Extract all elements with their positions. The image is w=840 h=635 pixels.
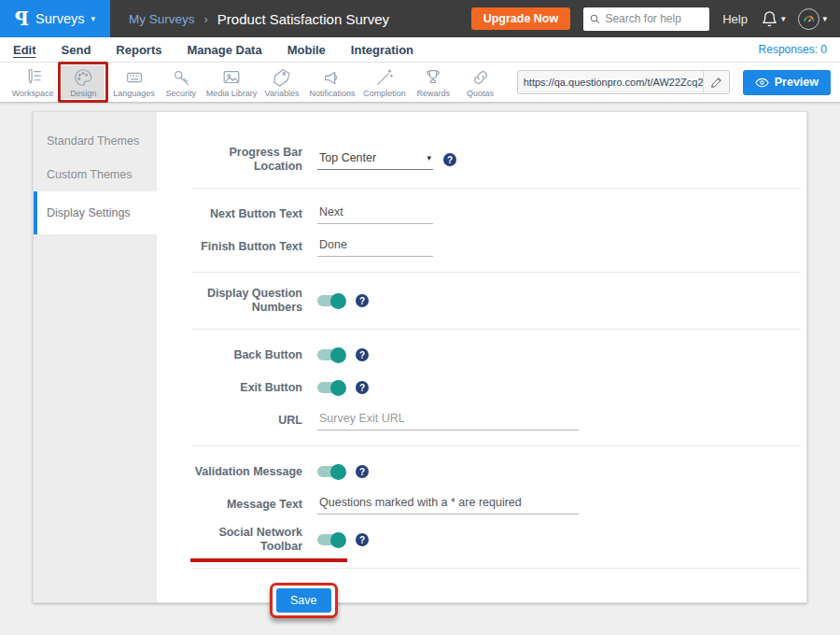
save-button[interactable]: Save [276, 588, 331, 613]
next-button-text-label: Next Button Text [192, 207, 302, 221]
tab-send[interactable]: Send [62, 43, 91, 57]
sidebar-item-display-settings[interactable]: Display Settings [34, 191, 157, 234]
questionpro-logo-icon: P [15, 7, 29, 30]
account-menu[interactable]: ▾ [798, 8, 827, 30]
toolbar-item-design[interactable]: Design [62, 65, 105, 99]
divider [192, 445, 801, 446]
finish-button-text-label: Finish Button Text [192, 240, 302, 254]
survey-url-text: https://qa.questionpro.com/t/AW22Zcq2J [518, 77, 703, 88]
exit-button-toggle[interactable] [317, 382, 345, 393]
validation-message-toggle[interactable] [317, 466, 345, 477]
breadcrumb-separator-icon: › [204, 12, 208, 26]
message-text-row: Message Text [192, 493, 801, 515]
validation-message-label: Validation Message [192, 465, 302, 479]
exit-url-label: URL [192, 414, 302, 428]
bell-icon [761, 10, 778, 28]
exit-button-label: Exit Button [192, 381, 302, 395]
chevron-down-icon: ▾ [91, 14, 95, 23]
tab-reports[interactable]: Reports [116, 43, 161, 57]
divider [192, 568, 801, 569]
help-icon[interactable]: ? [356, 533, 369, 546]
help-search[interactable] [583, 7, 709, 31]
toolbar-item-rewards[interactable]: Rewards [410, 65, 456, 99]
save-row: Save [192, 583, 801, 618]
image-icon [221, 67, 242, 88]
search-icon [590, 13, 600, 25]
product-menu[interactable]: P Surveys ▾ [0, 0, 110, 37]
back-button-row: Back Button ? [192, 344, 801, 366]
responses-count[interactable]: Responses: 0 [759, 43, 827, 56]
chevron-down-icon: ▾ [781, 14, 786, 23]
megaphone-icon [322, 67, 343, 88]
toolbar-item-completion[interactable]: Completion [359, 65, 410, 99]
toolbar-item-notifications[interactable]: Notifications [305, 65, 359, 99]
toolbar-item-quotas[interactable]: Quotas [456, 65, 503, 99]
help-icon[interactable]: ? [356, 294, 369, 307]
finish-button-text-row: Finish Button Text [192, 235, 801, 258]
back-button-toggle[interactable] [317, 349, 345, 360]
finish-button-text-input[interactable] [317, 236, 433, 257]
link-icon [470, 67, 491, 88]
avatar [798, 8, 819, 30]
toolbar-item-languages[interactable]: Languages [110, 65, 157, 99]
help-icon[interactable]: ? [443, 153, 456, 166]
toolbar-item-variables[interactable]: Variables [259, 65, 305, 99]
notifications-menu[interactable]: ▾ [761, 10, 786, 28]
upgrade-now-button[interactable]: Upgrade Now [471, 7, 571, 30]
tag-icon [272, 67, 292, 88]
key-icon [171, 67, 191, 88]
breadcrumb: My Surveys › Product Satisfaction Survey [129, 11, 389, 27]
search-input[interactable] [605, 12, 703, 25]
tab-edit[interactable]: Edit [13, 43, 36, 57]
progress-bar-location-label: Progress Bar Location [192, 146, 302, 174]
chevron-down-icon: ▾ [822, 14, 827, 23]
preview-button[interactable]: Preview [743, 70, 831, 95]
divider [192, 272, 801, 273]
themes-sidebar: Standard Themes Custom Themes Display Se… [34, 112, 157, 602]
next-button-text-input[interactable] [317, 204, 433, 224]
help-icon[interactable]: ? [356, 381, 369, 394]
chevron-down-icon: ▾ [427, 153, 431, 162]
message-text-input[interactable] [317, 494, 579, 515]
tab-integration[interactable]: Integration [351, 43, 413, 57]
product-menu-label: Surveys [35, 11, 84, 26]
exit-url-row: URL [192, 409, 801, 431]
page-title: Product Satisfaction Survey [217, 11, 389, 27]
survey-url-field[interactable]: https://qa.questionpro.com/t/AW22Zcq2J [517, 70, 730, 94]
design-toolbar: Workspace Design Languages Security Medi… [0, 63, 840, 103]
edit-url-button[interactable] [703, 71, 729, 93]
social-network-toolbar-label: Social Network Toolbar [192, 526, 302, 554]
keyboard-icon [124, 67, 145, 88]
toolbar-item-security[interactable]: Security [158, 65, 204, 99]
progress-bar-location-row: Progress Bar Location Top Center ▾ ? [192, 146, 801, 174]
pencil-icon [710, 77, 722, 89]
tab-mobile[interactable]: Mobile [287, 43, 326, 57]
help-link[interactable]: Help [722, 12, 748, 26]
toolbar-item-workspace[interactable]: Workspace [9, 65, 56, 99]
display-settings-card: Standard Themes Custom Themes Display Se… [33, 111, 807, 603]
display-question-numbers-toggle[interactable] [317, 295, 345, 306]
eye-icon [755, 78, 769, 88]
display-question-numbers-row: Display Question Numbers ? [192, 287, 801, 315]
palette-icon [73, 67, 93, 88]
content-area: Standard Themes Custom Themes Display Se… [0, 103, 840, 603]
next-button-text-row: Next Button Text [192, 203, 801, 225]
progress-bar-location-select[interactable]: Top Center ▾ [317, 149, 433, 170]
tab-manage-data[interactable]: Manage Data [187, 43, 261, 57]
sidebar-item-standard-themes[interactable]: Standard Themes [34, 124, 157, 158]
display-question-numbers-label: Display Question Numbers [192, 287, 302, 315]
sidebar-item-custom-themes[interactable]: Custom Themes [34, 158, 157, 191]
message-text-label: Message Text [192, 498, 302, 512]
wand-icon [374, 67, 395, 88]
save-annotation-box: Save [270, 583, 338, 618]
help-icon[interactable]: ? [356, 348, 369, 361]
design-annotation-box: Design [58, 62, 108, 103]
breadcrumb-my-surveys[interactable]: My Surveys [129, 12, 195, 26]
display-settings-form: Progress Bar Location Top Center ▾ ? Nex… [157, 112, 808, 602]
toolbar-item-media-library[interactable]: Media Library [204, 65, 259, 99]
survey-nav: Edit Send Reports Manage Data Mobile Int… [0, 37, 840, 63]
exit-url-input[interactable] [317, 410, 579, 430]
trophy-icon [423, 67, 443, 88]
help-icon[interactable]: ? [356, 465, 369, 478]
social-network-toolbar-toggle[interactable] [317, 534, 345, 545]
